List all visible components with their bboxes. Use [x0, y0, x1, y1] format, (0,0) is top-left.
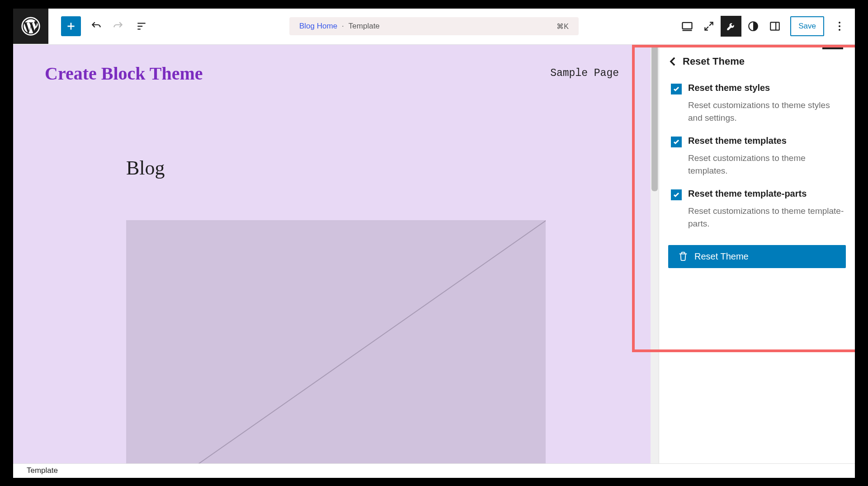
undo-icon	[90, 20, 102, 32]
settings-panel: Reset Theme Reset theme styles Reset cus…	[659, 45, 855, 463]
fullscreen-button[interactable]	[699, 16, 719, 36]
option-label: Reset theme templates	[688, 136, 787, 146]
options-button[interactable]	[830, 16, 849, 36]
redo-button[interactable]	[108, 16, 128, 36]
panel-title: Reset Theme	[683, 56, 745, 67]
option-label: Reset theme template-parts	[688, 189, 807, 199]
plus-icon	[65, 20, 77, 32]
option-description: Reset customizations to theme templates.	[688, 152, 846, 178]
svg-rect-9	[771, 22, 780, 30]
styles-button[interactable]	[743, 16, 763, 36]
command-shortcut: ⌘K	[557, 22, 569, 31]
editor-canvas[interactable]: Create Block Theme Sample Page Blog	[13, 45, 651, 463]
title-separator: ·	[342, 22, 344, 31]
check-icon	[673, 85, 680, 93]
chevron-left-icon	[670, 57, 676, 66]
expand-icon	[703, 20, 715, 32]
save-button[interactable]: Save	[790, 16, 824, 36]
panel-back-button[interactable]	[668, 57, 677, 66]
option-description: Reset customizations to theme styles and…	[688, 99, 846, 125]
breadcrumb-template[interactable]: Template	[27, 466, 58, 475]
desktop-icon	[681, 20, 693, 33]
half-circle-icon	[747, 20, 759, 32]
panel-tab-indicator	[822, 45, 843, 49]
document-overview-button[interactable]	[132, 16, 151, 36]
trash-icon	[678, 251, 688, 261]
svg-point-13	[839, 29, 840, 31]
document-type: Template	[349, 22, 380, 31]
wrench-icon	[725, 20, 737, 32]
checkbox-reset-template-parts[interactable]	[671, 189, 682, 200]
svg-rect-6	[683, 23, 692, 29]
sidebar-icon	[769, 20, 781, 32]
svg-point-11	[839, 22, 840, 24]
option-reset-styles: Reset theme styles Reset customizations …	[659, 76, 855, 129]
option-reset-template-parts: Reset theme template-parts Reset customi…	[659, 182, 855, 235]
undo-button[interactable]	[86, 16, 106, 36]
document-title-bar[interactable]: Blog Home · Template ⌘K	[289, 17, 579, 35]
tools-button[interactable]	[721, 16, 741, 37]
option-description: Reset customizations to theme template-p…	[688, 205, 846, 231]
page-heading[interactable]: Blog	[126, 156, 651, 179]
wordpress-icon	[21, 16, 41, 36]
nav-link-sample-page[interactable]: Sample Page	[550, 67, 619, 79]
document-title-link[interactable]: Blog Home	[299, 22, 337, 31]
checkbox-reset-styles[interactable]	[671, 84, 682, 94]
wordpress-logo[interactable]	[13, 9, 48, 44]
settings-sidebar-button[interactable]	[765, 16, 785, 36]
image-placeholder-block[interactable]	[126, 220, 546, 463]
svg-point-12	[839, 25, 840, 27]
check-icon	[673, 191, 680, 198]
option-reset-templates: Reset theme templates Reset customizatio…	[659, 129, 855, 182]
site-title[interactable]: Create Block Theme	[45, 63, 203, 84]
status-bar: Template	[13, 463, 855, 478]
reset-theme-button[interactable]: Reset Theme	[668, 245, 846, 268]
add-block-button[interactable]	[61, 16, 81, 36]
reset-button-label: Reset Theme	[694, 251, 749, 262]
site-header-block[interactable]: Create Block Theme Sample Page	[13, 45, 651, 102]
kebab-icon	[838, 21, 841, 31]
option-label: Reset theme styles	[688, 83, 770, 93]
view-desktop-button[interactable]	[677, 16, 697, 36]
canvas-scrollbar[interactable]	[651, 45, 659, 463]
check-icon	[673, 138, 680, 146]
redo-icon	[112, 20, 124, 32]
checkbox-reset-templates[interactable]	[671, 137, 682, 147]
editor-toolbar: Blog Home · Template ⌘K	[13, 9, 855, 45]
list-view-icon	[136, 20, 147, 32]
